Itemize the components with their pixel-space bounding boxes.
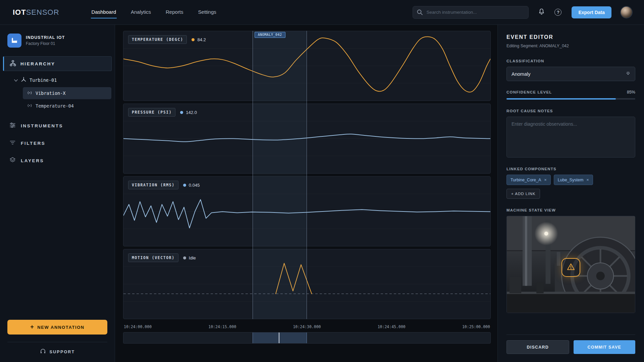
search-input[interactable] bbox=[413, 6, 529, 19]
classification-value: Anomaly bbox=[512, 71, 530, 77]
notes-label: ROOT CAUSE NOTES bbox=[506, 109, 635, 113]
tree-item-label: Turbine-01 bbox=[30, 77, 57, 83]
workspace-subtitle: Factory Floor 01 bbox=[26, 41, 65, 46]
tree-item-turbine-01[interactable]: Turbine-01 bbox=[0, 74, 115, 86]
series-meta: Idle bbox=[183, 255, 196, 260]
user-avatar[interactable] bbox=[620, 6, 633, 18]
sliders-icon bbox=[9, 122, 16, 129]
chart-header: PRESSURE (PSI) 142.0 bbox=[128, 108, 197, 117]
linked-components-label: LINKED COMPONENTS bbox=[506, 167, 635, 171]
confidence-slider[interactable] bbox=[506, 98, 635, 100]
tree-item-temperature-04[interactable]: Temperature-04 bbox=[23, 100, 111, 112]
nav-tab-settings[interactable]: Settings bbox=[198, 6, 217, 18]
timeline-track[interactable] bbox=[123, 332, 491, 344]
series-meta: 0.045 bbox=[183, 183, 200, 188]
topbar: IOTSENSOR Dashboard Analytics Reports Se… bbox=[0, 0, 644, 25]
sidebar-item-label: INSTRUMENTS bbox=[21, 123, 63, 128]
support-label: SUPPORT bbox=[50, 350, 75, 354]
sidebar-item-layers[interactable]: LAYERS bbox=[0, 153, 115, 168]
chart-panel-temperature: TEMPERATURE (DEGC) 84.2 bbox=[123, 31, 491, 101]
sidebar-spacer bbox=[0, 168, 115, 320]
layers-icon bbox=[9, 157, 16, 164]
add-link-button[interactable]: + ADD LINK bbox=[506, 189, 540, 199]
workspace-switcher[interactable]: INDUSTRIAL IOT Factory Floor 01 bbox=[0, 25, 115, 53]
chart-title-chip: TEMPERATURE (DEGC) bbox=[128, 35, 187, 44]
confidence-label: CONFIDENCE LEVEL bbox=[506, 90, 552, 94]
linked-chip-turbine-core-a[interactable]: Turbine_Core_A × bbox=[506, 175, 551, 185]
nav-tab-dashboard[interactable]: Dashboard bbox=[91, 6, 117, 18]
signal-icon bbox=[27, 103, 33, 109]
selection-region[interactable]: ANOMALY_042 bbox=[253, 31, 307, 319]
top-navigation: Dashboard Analytics Reports Settings bbox=[91, 6, 217, 18]
linked-chip-lube-system[interactable]: Lube_System × bbox=[554, 175, 593, 185]
search-box bbox=[413, 6, 529, 19]
classification-label: CLASSIFICATION bbox=[506, 59, 635, 63]
linked-chips: Turbine_Core_A × Lube_System × bbox=[506, 175, 635, 185]
classification-select[interactable]: Anomaly bbox=[506, 67, 635, 81]
workspace-title: INDUSTRIAL IOT bbox=[26, 35, 65, 40]
commit-save-button[interactable]: COMMIT SAVE bbox=[574, 340, 636, 354]
timeline-playhead[interactable] bbox=[279, 333, 279, 343]
chart-header: TEMPERATURE (DEGC) 84.2 bbox=[128, 35, 206, 44]
machine-state-image bbox=[506, 216, 635, 313]
filter-icon bbox=[9, 139, 16, 147]
sidebar-item-hierarchy[interactable]: HIERARCHY bbox=[3, 56, 112, 71]
series-dot bbox=[183, 184, 186, 187]
hierarchy-icon bbox=[10, 60, 16, 68]
sidebar-item-filters[interactable]: FILTERS bbox=[0, 135, 115, 151]
search-icon bbox=[417, 9, 423, 17]
series-dot bbox=[183, 256, 186, 259]
app-root: IOTSENSOR Dashboard Analytics Reports Se… bbox=[0, 0, 644, 362]
export-data-button[interactable]: Export Data bbox=[572, 6, 611, 18]
chip-label: Turbine_Core_A bbox=[511, 178, 541, 182]
help-icon: ? bbox=[554, 9, 561, 16]
app-logo[interactable]: IOTSENSOR bbox=[13, 8, 59, 17]
hierarchy-tree: Turbine-01 Vibration-X Temperature-04 bbox=[0, 74, 115, 113]
logo-secondary: SENSOR bbox=[26, 8, 59, 16]
discard-button[interactable]: DISCARD bbox=[506, 340, 569, 354]
editor-title: EVENT EDITOR bbox=[506, 34, 635, 40]
series-value: 0.045 bbox=[189, 183, 200, 188]
timeline-tick: 10:24:00.000 bbox=[124, 324, 152, 329]
chip-close-icon[interactable]: × bbox=[544, 177, 547, 182]
nav-tab-reports[interactable]: Reports bbox=[165, 6, 184, 18]
chip-close-icon[interactable]: × bbox=[586, 177, 589, 182]
series-value: Idle bbox=[189, 255, 196, 260]
chip-label: Lube_System bbox=[558, 178, 583, 182]
series-dot bbox=[192, 38, 195, 41]
tree-item-label: Vibration-X bbox=[36, 90, 65, 96]
editing-segment: Editing Segment: ANOMALY_042 bbox=[506, 44, 635, 48]
notifications-button[interactable] bbox=[538, 8, 545, 16]
sidebar: INDUSTRIAL IOT Factory Floor 01 HIERARCH… bbox=[0, 25, 115, 362]
nav-tab-analytics[interactable]: Analytics bbox=[130, 6, 152, 18]
chart-title-chip: VIBRATION (RMS) bbox=[128, 181, 178, 189]
timeline-tick: 10:24:15.000 bbox=[208, 324, 236, 329]
chart-title-chip: MOTION (VECTOR) bbox=[128, 253, 178, 262]
chart-panel-pressure: PRESSURE (PSI) 142.0 bbox=[123, 104, 491, 174]
anomaly-badge[interactable]: ANOMALY_042 bbox=[255, 32, 285, 38]
new-annotation-button[interactable]: + NEW ANNOTATION bbox=[7, 320, 107, 335]
chevron-down-icon bbox=[626, 71, 630, 77]
timeline-selection[interactable] bbox=[253, 333, 307, 343]
confidence-row: CONFIDENCE LEVEL 85% bbox=[506, 90, 635, 95]
series-meta: 84.2 bbox=[192, 37, 206, 42]
notes-textarea[interactable] bbox=[506, 117, 635, 158]
series-meta: 142.0 bbox=[180, 110, 197, 115]
confidence-value: 85% bbox=[627, 90, 635, 95]
sidebar-item-label: HIERARCHY bbox=[20, 61, 55, 66]
chart-title-chip: PRESSURE (PSI) bbox=[128, 108, 175, 117]
tree-item-vibration-x[interactable]: Vibration-X bbox=[23, 87, 111, 99]
help-button[interactable]: ? bbox=[554, 9, 561, 16]
support-button[interactable]: SUPPORT bbox=[7, 342, 107, 362]
tree-item-label: Temperature-04 bbox=[36, 103, 74, 109]
turbine-icon bbox=[21, 77, 26, 83]
sidebar-item-instruments[interactable]: INSTRUMENTS bbox=[0, 118, 115, 133]
new-annotation-label: NEW ANNOTATION bbox=[37, 325, 85, 330]
timeline-labels: 10:24:00.000 10:24:15.000 10:24:30.000 1… bbox=[123, 324, 491, 329]
sidebar-item-label: FILTERS bbox=[21, 141, 45, 146]
warning-badge[interactable] bbox=[561, 258, 580, 277]
logo-primary: IOT bbox=[13, 8, 26, 16]
signal-icon bbox=[27, 90, 33, 96]
plus-icon: + bbox=[30, 323, 34, 330]
series-dot bbox=[180, 111, 183, 114]
